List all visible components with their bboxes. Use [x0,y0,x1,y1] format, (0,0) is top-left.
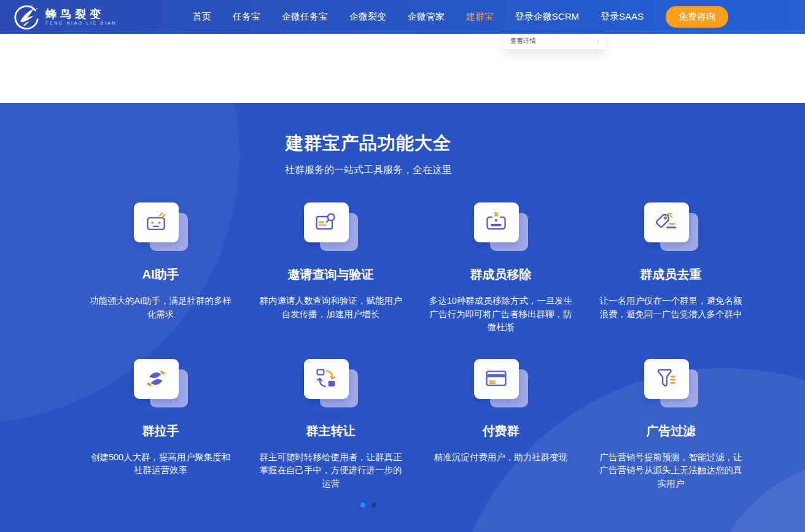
feature-card-6: 群主转让 群主可随时转移给使用者，让群真正掌握在自己手中，方便进行进一步的运营 [246,359,416,491]
nav-item-1[interactable]: 首页 [193,11,211,23]
section-subtitle: 社群服务的一站式工具服务，全在这里 [0,164,737,177]
feature-title: 群成员去重 [586,266,756,283]
nav-item-5[interactable]: 企微管家 [408,11,445,23]
nav-item-2[interactable]: 任务宝 [233,11,260,23]
feature-card-8: 广告过滤 广告营销号提前预测，智能过滤，让广告营销号从源头上无法触达您的真实用户 [586,359,756,491]
feature-title: 群成员移除 [416,266,586,283]
free-consult-button[interactable]: 免费咨询 [666,6,728,28]
feature-card-7: 付费群 精准沉淀付费用户，助力社群变现 [416,359,586,491]
brand-logo[interactable]: 蜂鸟裂变 FENG NIAO LIE BIAN [12,4,117,31]
carousel-dot-1[interactable] [360,503,365,507]
section-title: 建群宝产品功能大全 [0,103,737,156]
content-strip: 查看详情 › [0,34,805,103]
chevron-right-icon: › [597,38,599,45]
nav-dropdown-card: 查看详情 › [504,34,605,49]
feature-card-5: 群拉手 创建500人大群，提高用户聚集度和社群运营效率 [76,359,246,491]
robot-icon [142,210,169,235]
hummingbird-logo-icon [12,4,39,31]
feature-card-3: 群成员移除 多达10种群成员移除方式，一旦发生广告行为即可将广告者移出群聊，防微… [416,202,586,334]
invite-search-icon [313,210,340,235]
feature-title: 付费群 [416,423,586,439]
features-row-1: AI助手 功能强大的AI助手，满足社群的多样化需求 邀请查询与验证 群内邀请人数… [0,202,805,334]
feature-description: 精准沉淀付费用户，助力社群变现 [428,451,574,465]
top-navbar: 蜂鸟裂变 FENG NIAO LIE BIAN 首页任务宝企微任务宝企微裂变企微… [0,0,805,34]
feature-title: 广告过滤 [586,423,756,439]
view-details-menu-item[interactable]: 查看详情 › [504,34,605,49]
nav-menu: 首页任务宝企微任务宝企微裂变企微管家建群宝登录企微SCRM登录SAAS [193,11,644,23]
nav-item-3[interactable]: 企微任务宝 [282,11,328,23]
feature-title: 群拉手 [76,423,246,439]
feature-card-4: 群成员去重 让一名用户仅在一个群里，避免名额浪费，避免同一广告党潜入多个群中 [586,202,756,334]
feature-description: 广告营销号提前预测，智能过滤，让广告营销号从源头上无法触达您的真实用户 [598,451,744,491]
transfer-icon [313,366,340,391]
feature-description: 创建500人大群，提高用户聚集度和社群运营效率 [88,451,234,477]
funnel-icon [653,366,680,391]
nav-item-7[interactable]: 登录企微SCRM [515,11,579,23]
brand-subtitle: FENG NIAO LIE BIAN [45,20,117,26]
feature-description: 功能强大的AI助手，满足社群的多样化需求 [88,295,234,321]
nav-item-4[interactable]: 企微裂变 [349,11,386,23]
features-row-2: 群拉手 创建500人大群，提高用户聚集度和社群运营效率 群主转让 群主可随时转移… [0,359,805,491]
feature-card-2: 邀请查询与验证 群内邀请人数查询和验证，赋能用户自发传播，加速用户增长 [246,202,416,334]
feature-title: 群主转让 [246,423,416,439]
feature-description: 群主可随时转移给使用者，让群真正掌握在自己手中，方便进行进一步的运营 [258,451,404,491]
feature-card-1: AI助手 功能强大的AI助手，满足社群的多样化需求 [76,202,246,334]
nav-item-8[interactable]: 登录SAAS [601,11,644,23]
nav-item-6[interactable]: 建群宝 [466,11,494,23]
feature-description: 群内邀请人数查询和验证，赋能用户自发传播，加速用户增长 [258,295,404,321]
hands-icon [142,366,169,391]
carousel-dot-2[interactable] [371,503,376,507]
feature-title: AI助手 [76,266,246,283]
feature-description: 多达10种群成员移除方式，一旦发生广告行为即可将广告者移出群聊，防微杜渐 [428,295,574,334]
member-remove-icon [483,210,510,235]
carousel-dots [0,503,737,507]
tag-dedupe-icon [653,210,680,235]
feature-title: 邀请查询与验证 [246,266,416,283]
feature-description: 让一名用户仅在一个群里，避免名额浪费，避免同一广告党潜入多个群中 [598,295,744,321]
brand-name: 蜂鸟裂变 [45,8,117,20]
view-details-label: 查看详情 [510,37,536,45]
credit-card-icon [483,366,510,391]
features-section: 建群宝产品功能大全 社群服务的一站式工具服务，全在这里 AI助手 功能强大的AI… [0,103,805,532]
